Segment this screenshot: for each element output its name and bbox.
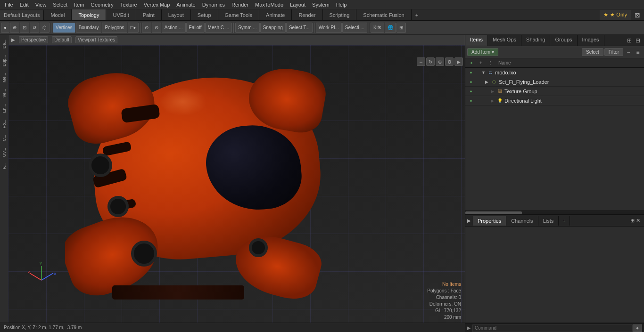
tab-game-tools[interactable]: Game Tools xyxy=(218,9,260,20)
items-more-icon[interactable]: ≡ xyxy=(634,48,642,57)
item-directional-light[interactable]: ● ▶ 💡 Directional Light xyxy=(465,96,644,105)
left-tab-po[interactable]: Po... xyxy=(1,117,8,131)
boundary-button[interactable]: Boundary xyxy=(76,23,102,33)
eye-icon-3[interactable]: ● xyxy=(467,97,475,105)
add-item-button[interactable]: Add Item ▾ xyxy=(467,48,498,56)
add-tab-button[interactable]: + xyxy=(412,10,422,20)
tab-layout[interactable]: Layout xyxy=(162,9,191,20)
select-mode-element[interactable]: ⊡ xyxy=(20,23,29,33)
select-through-button[interactable]: Select T... xyxy=(286,23,313,33)
menu-help[interactable]: Help xyxy=(333,1,350,8)
mesh-c-button[interactable]: Mesh C ... xyxy=(205,23,232,33)
menu-view[interactable]: View xyxy=(33,1,50,8)
left-tab-uv[interactable]: UV... xyxy=(1,145,8,160)
layout-label[interactable]: Default Layouts xyxy=(0,10,44,20)
menu-edit[interactable]: Edit xyxy=(17,1,32,8)
expand-icon-1[interactable]: ▶ xyxy=(485,80,491,84)
item-modo-lxo[interactable]: ● ▼ 🗂 modo.lxo xyxy=(465,68,644,77)
eye-icon-1[interactable]: ● xyxy=(467,78,475,86)
viewport-toggle[interactable]: ▶ xyxy=(11,37,15,42)
action-button[interactable]: Action ... xyxy=(162,23,186,33)
command-submit-button[interactable]: ● xyxy=(633,324,642,332)
tab-animate[interactable]: Animate xyxy=(259,9,292,20)
work-plane-button[interactable]: Work Pl... xyxy=(316,23,342,33)
tool-circle1[interactable]: ⊙ xyxy=(142,23,151,33)
menu-item[interactable]: Item xyxy=(71,1,87,8)
command-input[interactable] xyxy=(472,324,633,332)
collapse-icon[interactable]: ⊟ xyxy=(634,36,642,45)
maximize-button[interactable]: ⊠ xyxy=(631,9,644,21)
filter-button[interactable]: Filter xyxy=(604,48,623,56)
tool-hexagon[interactable]: ⬡ xyxy=(40,23,50,33)
left-tab-dup[interactable]: Dup... xyxy=(1,52,8,69)
tool-maximize[interactable]: ⊞ xyxy=(396,23,406,33)
viewport-settings-icon[interactable]: ⚙ xyxy=(445,57,454,66)
eye-icon-0[interactable]: ● xyxy=(467,69,475,76)
expand-icon[interactable]: ⊞ xyxy=(625,36,634,45)
tab-paint[interactable]: Paint xyxy=(136,9,162,20)
tool-rotate[interactable]: ↺ xyxy=(30,23,39,33)
selection-sets-button[interactable]: Selecti ... xyxy=(342,23,367,33)
expand-icon-3[interactable]: ▶ xyxy=(491,98,496,103)
left-tab-me[interactable]: Me... xyxy=(1,70,8,85)
viewport-arrow-icon[interactable]: ▶ xyxy=(454,57,463,66)
select-mode-item[interactable]: ● xyxy=(1,23,9,33)
tab-properties[interactable]: Properties xyxy=(473,216,506,226)
menu-animate[interactable]: Animate xyxy=(173,1,198,8)
viewport-mode[interactable]: Default xyxy=(52,36,72,43)
tab-topology[interactable]: Topology xyxy=(72,9,106,20)
tool-circle2[interactable]: ⊙ xyxy=(152,23,161,33)
options-icon[interactable]: ⋮ xyxy=(486,59,495,67)
props-maximize-button[interactable]: ⊞ ✕ xyxy=(627,216,644,226)
props-collapse-icon[interactable]: ▶ xyxy=(465,216,473,225)
menu-vertex-map[interactable]: Vertex Map xyxy=(141,1,173,8)
select-mode-component[interactable]: ⊕ xyxy=(10,23,19,33)
menu-geometry[interactable]: Geometry xyxy=(88,1,116,8)
menu-layout[interactable]: Layout xyxy=(287,1,308,8)
items-scrollbar[interactable] xyxy=(465,211,644,214)
viewport-zoom-icon[interactable]: ⊕ xyxy=(436,57,444,66)
expand-icon-2[interactable]: ▶ xyxy=(491,89,496,94)
tool-square[interactable]: □▾ xyxy=(128,23,139,33)
tab-uvedit[interactable]: UVEdit xyxy=(106,9,136,20)
visibility-all-icon[interactable]: ● xyxy=(467,59,476,67)
perspective-label[interactable]: Perspective xyxy=(19,36,48,43)
menu-texture[interactable]: Texture xyxy=(117,1,140,8)
tab-images[interactable]: Images xyxy=(578,35,604,46)
add-row-icon[interactable]: + xyxy=(477,59,485,67)
menu-render[interactable]: Render xyxy=(229,1,251,8)
tab-groups[interactable]: Groups xyxy=(550,35,577,46)
left-tab-de[interactable]: De... xyxy=(1,37,8,51)
tab-shading[interactable]: Shading xyxy=(521,35,550,46)
star-only-toggle[interactable]: ★ ★ Only xyxy=(600,10,631,20)
left-tab-c[interactable]: C... xyxy=(1,132,8,144)
vertices-button[interactable]: Vertices xyxy=(53,23,75,33)
menu-maxtomodo[interactable]: MaxToModo xyxy=(252,1,286,8)
symmetry-button[interactable]: Symm ... xyxy=(235,23,259,33)
menu-system[interactable]: System xyxy=(309,1,332,8)
tab-model[interactable]: Model xyxy=(44,9,72,20)
tab-lists[interactable]: Lists xyxy=(538,216,559,226)
tab-setup[interactable]: Setup xyxy=(191,9,218,20)
menu-select[interactable]: Select xyxy=(50,1,70,8)
items-minus-icon[interactable]: − xyxy=(624,48,633,57)
item-scifi-loader[interactable]: ● ▶ ⬡ Sci_Fi_Flying_Loader xyxy=(465,77,644,87)
menu-dynamics[interactable]: Dynamics xyxy=(199,1,228,8)
left-tab-f[interactable]: F... xyxy=(1,161,8,172)
tab-mesh-ops[interactable]: Mesh Ops xyxy=(488,35,521,46)
select-button[interactable]: Select xyxy=(582,48,603,56)
left-tab-ve[interactable]: Ve... xyxy=(1,86,8,100)
tab-render[interactable]: Render xyxy=(292,9,322,20)
viewport-move-icon[interactable]: ↔ xyxy=(417,57,425,66)
item-texture-group[interactable]: ● ▶ 🖼 Texture Group xyxy=(465,87,644,96)
falloff-button[interactable]: Falloff xyxy=(186,23,205,33)
tab-items[interactable]: Items xyxy=(465,35,488,46)
left-tab-en[interactable]: En... xyxy=(1,101,8,116)
expand-icon-0[interactable]: ▼ xyxy=(481,70,487,75)
tool-globe[interactable]: 🌐 xyxy=(385,23,396,33)
tab-channels[interactable]: Channels xyxy=(506,216,538,226)
add-property-button[interactable]: + xyxy=(559,216,570,226)
tab-schematic-fusion[interactable]: Schematic Fusion xyxy=(356,9,411,20)
kits-button[interactable]: Kits xyxy=(371,23,384,33)
eye-icon-2[interactable]: ● xyxy=(467,88,475,95)
